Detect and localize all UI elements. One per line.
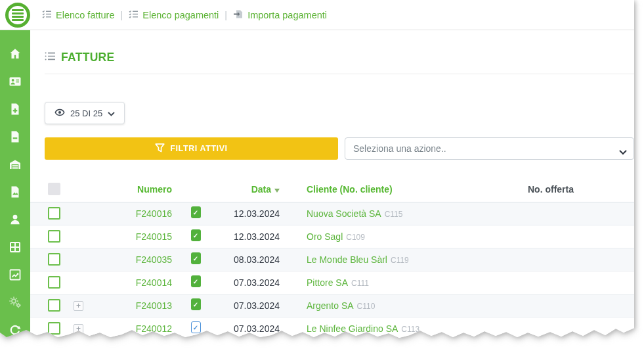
header-data[interactable]: Data	[214, 177, 280, 202]
filter-funnel-icon	[155, 143, 165, 154]
chevron-down-icon	[108, 108, 115, 118]
client-number: C119	[391, 256, 409, 265]
invoice-status-icon	[191, 321, 201, 333]
nav-importa-pagamenti[interactable]: Importa pagamenti	[233, 9, 327, 21]
document-remove-icon[interactable]	[9, 130, 22, 143]
invoice-date: 12.03.2024	[214, 225, 280, 248]
invoice-number-link[interactable]: F240012	[136, 323, 172, 334]
table-row: F240035 08.03.2024 Le Monde Bleu SàrlC11…	[30, 248, 634, 271]
table-row: F240014 07.03.2024 Pittore SAC111	[30, 271, 634, 294]
offer-number	[483, 202, 634, 225]
invoice-date: 08.03.2024	[214, 248, 280, 271]
client-link[interactable]: Argento SA	[307, 300, 354, 311]
top-bar: Elenco fatture | Elenco pagamenti |	[0, 0, 634, 30]
import-icon	[233, 9, 244, 21]
row-checkbox[interactable]	[48, 299, 60, 312]
offer-number	[483, 225, 634, 248]
nav-label: Importa pagamenti	[247, 10, 327, 20]
sidebar	[0, 30, 30, 340]
invoice-status-icon	[191, 252, 201, 264]
invoice-number-link[interactable]: F240013	[136, 300, 172, 311]
list-check-icon	[45, 51, 56, 64]
client-number: C109	[346, 233, 365, 242]
action-select[interactable]: Seleziona una azione..	[345, 137, 634, 160]
client-link[interactable]: Pittore SA	[307, 277, 348, 288]
row-checkbox[interactable]	[48, 253, 60, 266]
row-checkbox[interactable]	[48, 322, 60, 335]
list-check-icon	[129, 10, 139, 20]
user-icon[interactable]	[9, 213, 22, 226]
offer-number	[483, 248, 634, 271]
contacts-card-icon[interactable]	[9, 75, 22, 88]
table-row: + F240012 07.03.2024 Le Ninfee Giardino …	[30, 317, 634, 340]
app-logo-icon[interactable]	[5, 3, 30, 28]
select-all-checkbox[interactable]	[48, 183, 60, 195]
invoice-number-link[interactable]: F240014	[136, 277, 172, 288]
nav-label: Elenco pagamenti	[142, 10, 219, 20]
header-cliente[interactable]: Cliente (No. cliente)	[280, 177, 483, 202]
client-link[interactable]: Nuova Società SA	[307, 208, 381, 219]
header-numero[interactable]: Numero	[92, 177, 177, 202]
row-checkbox[interactable]	[48, 230, 60, 243]
invoice-number-link[interactable]: F240035	[136, 254, 172, 265]
main-content: FATTURE 25 DI 25 FILTRI ATTIVI S	[30, 30, 634, 340]
expand-row-button[interactable]: +	[74, 301, 83, 311]
client-number: C111	[351, 279, 369, 288]
invoice-date: 07.03.2024	[214, 271, 280, 294]
invoice-date: 12.03.2024	[214, 202, 280, 225]
nav-elenco-pagamenti[interactable]: Elenco pagamenti	[129, 10, 219, 20]
table-row: + F240013 07.03.2024 Argento SAC110	[30, 294, 634, 317]
client-number: C110	[357, 302, 376, 311]
expand-row-button[interactable]: +	[74, 324, 83, 334]
nav-elenco-fatture[interactable]: Elenco fatture	[42, 10, 114, 20]
home-icon[interactable]	[9, 47, 22, 60]
header-offerta: No. offerta	[483, 177, 634, 202]
client-number: C115	[385, 210, 403, 219]
invoice-status-icon	[191, 206, 201, 218]
actions-row: FILTRI ATTIVI Seleziona una azione..	[45, 137, 634, 160]
invoice-number-link[interactable]: F240016	[136, 208, 172, 219]
action-select-wrap: Seleziona una azione..	[345, 137, 634, 160]
app-window: Elenco fatture | Elenco pagamenti |	[0, 0, 634, 340]
client-link[interactable]: Le Monde Bleu Sàrl	[307, 254, 387, 265]
row-checkbox[interactable]	[48, 276, 60, 289]
eye-icon	[54, 108, 65, 119]
nav-separator: |	[225, 10, 227, 20]
top-nav: Elenco fatture | Elenco pagamenti |	[42, 9, 327, 21]
invoice-date: 07.03.2024	[214, 294, 280, 317]
table-row: F240015 12.03.2024 Oro SaglC109	[30, 225, 634, 248]
invoice-date: 07.03.2024	[214, 317, 280, 340]
visible-count-label: 25 DI 25	[70, 108, 102, 118]
table-row: F240016 12.03.2024 Nuova Società SAC115	[30, 202, 634, 225]
nav-label: Elenco fatture	[56, 10, 114, 20]
document-report-icon[interactable]	[9, 185, 22, 199]
client-number: C113	[401, 325, 419, 334]
offer-number	[483, 271, 634, 294]
grid-icon[interactable]	[9, 241, 22, 254]
client-link[interactable]: Oro Sagl	[307, 231, 343, 242]
invoice-status-icon	[191, 275, 201, 287]
warehouse-icon[interactable]	[9, 158, 22, 171]
page-title: FATTURE	[61, 51, 115, 64]
active-filters-button[interactable]: FILTRI ATTIVI	[45, 137, 338, 160]
invoice-number-link[interactable]: F240015	[136, 231, 172, 242]
sort-desc-icon[interactable]	[274, 189, 280, 193]
nav-separator: |	[120, 10, 123, 20]
invoices-table: Numero Data Cliente (No. cliente) No. of…	[30, 177, 634, 340]
settings-gears-icon[interactable]	[9, 296, 22, 309]
divider	[45, 74, 634, 74]
chart-icon[interactable]	[9, 268, 22, 281]
document-add-icon[interactable]	[9, 103, 22, 116]
page-header: FATTURE	[45, 51, 634, 64]
invoice-status-icon	[191, 229, 201, 241]
client-link[interactable]: Le Ninfee Giardino SA	[307, 323, 398, 334]
active-filters-label: FILTRI ATTIVI	[170, 144, 227, 153]
offer-number	[483, 317, 634, 340]
table-header-row: Numero Data Cliente (No. cliente) No. of…	[30, 177, 634, 202]
invoice-status-icon	[191, 298, 201, 310]
visible-count-button[interactable]: 25 DI 25	[45, 102, 125, 124]
row-checkbox[interactable]	[48, 207, 60, 220]
offer-number	[483, 294, 634, 317]
refresh-icon[interactable]	[9, 323, 22, 337]
list-check-icon	[42, 10, 52, 20]
